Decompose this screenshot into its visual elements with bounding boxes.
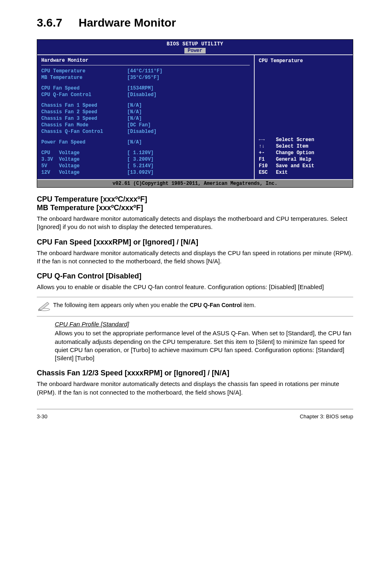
bios-row[interactable]: 12V Voltage[13.092V] [41,169,250,176]
bios-row[interactable]: 5V Voltage[ 5.214V] [41,163,250,169]
bios-row[interactable]: Chassis Fan 3 Speed[N/A] [41,115,250,122]
row-value: [N/A] [127,139,250,146]
pencil-icon [37,301,53,313]
row-label: 12V Voltage [41,169,127,176]
bios-row[interactable]: Power Fan Speed[N/A] [41,139,250,146]
row-value: [Disabled] [127,128,250,135]
paragraph: Allows you to set the appropriate perfor… [55,329,353,362]
row-value: [13.092V] [127,169,250,176]
row-label: 3.3V Voltage [41,156,127,163]
subsection-heading-qfan: CPU Q-Fan Control [Disabled] [37,272,353,281]
nav-text: Select Item [276,143,349,150]
subsection-heading-cpufan: CPU Fan Speed [xxxxRPM] or [Ignored] / [… [37,238,353,247]
row-label: Chassis Fan 3 Speed [41,115,127,122]
row-value: [Disabled] [127,92,250,98]
row-label: CPU Q-Fan Control [41,92,127,98]
paragraph: The onboard hardware monitor automatical… [37,215,353,231]
row-value: [ 3.200V] [127,156,250,163]
nav-key: F10 [259,163,276,169]
nav-row: +-Change Option [259,150,349,156]
nav-text: Change Option [276,150,349,156]
row-value: [N/A] [127,102,250,109]
bios-tab-power[interactable]: Power [184,48,206,54]
row-label: CPU Fan Speed [41,85,127,92]
nav-row: ←→Select Screen [259,137,349,143]
paragraph: The onboard hardware monitor automatical… [37,380,353,397]
bios-help-text: CPU Temperature [259,58,349,64]
row-value: [44°C/111°F] [127,68,250,74]
chapter-label: Chapter 3: BIOS setup [300,413,353,420]
nav-key: F1 [259,156,276,163]
bios-panel-heading: Hardware Monitor [41,58,250,65]
bios-row[interactable]: 3.3V Voltage[ 3.200V] [41,156,250,163]
page-number: 3-30 [37,413,47,420]
subsection-heading-temp: CPU Temperature [xxxºC/xxxºF] MB Tempera… [37,195,353,212]
page-footer: 3-30 Chapter 3: BIOS setup [37,409,353,420]
bios-row[interactable]: Chassis Q-Fan Control[Disabled] [41,128,250,135]
paragraph: Allows you to enable or disable the CPU … [37,283,353,291]
nav-row: F10Save and Exit [259,163,349,169]
nav-text: Save and Exit [276,163,349,169]
row-label: MB Temperature [41,74,127,81]
nav-key: ↑↓ [259,143,276,150]
bios-panel: BIOS SETUP UTILITY Power Hardware Monito… [37,39,353,188]
nav-key: ESC [259,169,276,176]
option-title: CPU Fan Profile [Standard] [55,321,353,328]
row-label: Chassis Fan Mode [41,122,127,128]
bios-row[interactable]: Chassis Fan 1 Speed[N/A] [41,102,250,109]
section-title: Hardware Monitor [78,16,176,29]
nav-row: ESCExit [259,169,349,176]
svg-marker-1 [39,302,49,310]
bios-row[interactable]: CPU Fan Speed[1534RPM] [41,85,250,92]
bios-row[interactable]: CPU Temperature[44°C/111°F] [41,68,250,74]
row-label: 5V Voltage [41,163,127,169]
row-label: Chassis Q-Fan Control [41,128,127,135]
bios-title: BIOS SETUP UTILITY [37,40,353,48]
bios-row[interactable]: CPU Q-Fan Control[Disabled] [41,92,250,98]
row-value: [35°C/95°F] [127,74,250,81]
bios-row[interactable]: Chassis Fan 2 Speed[N/A] [41,109,250,115]
nav-text: General Help [276,156,349,163]
bios-nav-block: ←→Select Screen ↑↓Select Item +-Change O… [259,137,349,176]
bios-right-panel: CPU Temperature ←→Select Screen ↑↓Select… [255,55,353,179]
subsection-heading-chassisfan: Chassis Fan 1/2/3 Speed [xxxxRPM] or [Ig… [37,369,353,377]
bios-footer: v02.61 (C)Copyright 1985-2011, American … [37,179,353,187]
section-heading: 3.6.7 Hardware Monitor [37,16,353,29]
nav-text: Select Screen [276,137,349,143]
row-value: [DC Fan] [127,122,250,128]
nav-key: ←→ [259,137,276,143]
row-label: Chassis Fan 2 Speed [41,109,127,115]
paragraph: The onboard hardware monitor automatical… [37,249,353,266]
row-value: [1534RPM] [127,85,250,92]
row-label: CPU Temperature [41,68,127,74]
note-text: The following item appears only when you… [53,301,353,308]
option-block: CPU Fan Profile [Standard] Allows you to… [55,321,353,362]
bios-row[interactable]: Chassis Fan Mode[DC Fan] [41,122,250,128]
row-label: Power Fan Speed [41,139,127,146]
row-label: Chassis Fan 1 Speed [41,102,127,109]
section-number: 3.6.7 [37,16,62,29]
bios-row[interactable]: CPU Voltage[ 1.120V] [41,150,250,156]
bios-tabbar: Power [37,48,353,54]
bios-left-panel: Hardware Monitor CPU Temperature[44°C/11… [37,55,255,179]
row-label: CPU Voltage [41,150,127,156]
row-value: [N/A] [127,109,250,115]
nav-text: Exit [276,169,349,176]
note-block: The following item appears only when you… [37,297,353,316]
nav-row: F1General Help [259,156,349,163]
row-value: [ 5.214V] [127,163,250,169]
row-value: [ 1.120V] [127,150,250,156]
bios-row[interactable]: MB Temperature[35°C/95°F] [41,74,250,81]
nav-row: ↑↓Select Item [259,143,349,150]
nav-key: +- [259,150,276,156]
row-value: [N/A] [127,115,250,122]
